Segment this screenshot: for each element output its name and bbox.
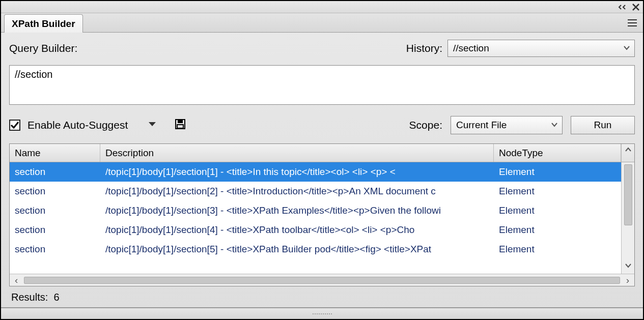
- table-row[interactable]: section/topic[1]/body[1]/section[5] - <t…: [10, 240, 621, 259]
- cell-nodetype: Element: [494, 186, 621, 197]
- autosuggest-checkbox[interactable]: [9, 120, 20, 131]
- autosuggest-dropdown-icon[interactable]: [147, 119, 157, 132]
- query-builder-label: Query Builder:: [9, 42, 77, 54]
- options-row: Enable Auto-Suggest Scope: Current File: [9, 116, 635, 134]
- tab-label: XPath Builder: [12, 18, 75, 30]
- query-header-row: Query Builder: History: //section: [9, 40, 635, 57]
- query-input[interactable]: //section: [9, 65, 635, 105]
- panel-titlebar: [1, 1, 643, 13]
- results-count-value: 6: [53, 292, 59, 303]
- results-prefix: Results:: [11, 292, 48, 303]
- table-header: Name Description NodeType: [10, 144, 634, 162]
- collapse-icon[interactable]: [617, 4, 628, 11]
- cell-name: section: [10, 186, 100, 197]
- scope-selected: Current File: [456, 120, 507, 131]
- resize-grip-icon[interactable]: [313, 313, 332, 314]
- svg-rect-4: [178, 120, 183, 123]
- chevron-down-icon: [623, 43, 630, 54]
- horizontal-scrollbar[interactable]: ‹ ›: [10, 274, 634, 286]
- cell-name: section: [10, 244, 100, 255]
- col-description[interactable]: Description: [100, 144, 494, 162]
- vertical-scrollbar[interactable]: [621, 162, 634, 274]
- cell-nodetype: Element: [494, 244, 621, 255]
- results-count: Results: 6: [9, 288, 635, 307]
- history-dropdown[interactable]: //section: [447, 40, 635, 57]
- results-table: Name Description NodeType section/topic[…: [9, 143, 635, 286]
- xpath-builder-panel: XPath Builder Query Builder: History: //…: [0, 0, 644, 320]
- scroll-up-icon[interactable]: [621, 144, 634, 162]
- cell-description: /topic[1]/body[1]/section[2] - <title>In…: [100, 186, 494, 197]
- cell-description: /topic[1]/body[1]/section[1] - <title>In…: [100, 166, 494, 178]
- scope-label: Scope:: [409, 119, 442, 131]
- col-name[interactable]: Name: [10, 144, 100, 162]
- scope-dropdown[interactable]: Current File: [451, 116, 563, 134]
- cell-nodetype: Element: [494, 224, 621, 236]
- cell-name: section: [10, 224, 100, 236]
- cell-nodetype: Element: [494, 166, 621, 178]
- tab-xpath-builder[interactable]: XPath Builder: [4, 14, 83, 33]
- svg-rect-5: [177, 125, 183, 128]
- table-row[interactable]: section/topic[1]/body[1]/section[1] - <t…: [10, 162, 621, 182]
- panel-content: Query Builder: History: //section //sect…: [1, 33, 643, 308]
- table-row[interactable]: section/topic[1]/body[1]/section[4] - <t…: [10, 220, 621, 240]
- chevron-down-icon: [551, 120, 558, 131]
- panel-menu-icon[interactable]: [626, 16, 639, 32]
- vertical-scroll-thumb[interactable]: [624, 164, 632, 225]
- cell-description: /topic[1]/body[1]/section[5] - <title>XP…: [100, 244, 494, 255]
- autosuggest-label: Enable Auto-Suggest: [27, 119, 128, 131]
- run-label: Run: [594, 120, 612, 131]
- cell-description: /topic[1]/body[1]/section[4] - <title>XP…: [100, 224, 494, 236]
- query-value: //section: [15, 69, 52, 80]
- scroll-down-icon[interactable]: [625, 260, 632, 272]
- history-selected: //section: [453, 43, 489, 54]
- table-body: section/topic[1]/body[1]/section[1] - <t…: [10, 162, 621, 274]
- status-bar: [1, 308, 643, 319]
- scroll-right-icon[interactable]: ›: [626, 275, 629, 286]
- close-icon[interactable]: [632, 3, 640, 11]
- cell-name: section: [10, 166, 100, 178]
- history-label: History:: [406, 42, 442, 54]
- cell-name: section: [10, 205, 100, 216]
- scroll-left-icon[interactable]: ‹: [15, 275, 18, 286]
- cell-description: /topic[1]/body[1]/section[3] - <title>XP…: [100, 205, 494, 216]
- save-icon[interactable]: [175, 119, 186, 132]
- cell-nodetype: Element: [494, 205, 621, 216]
- table-row[interactable]: section/topic[1]/body[1]/section[3] - <t…: [10, 201, 621, 220]
- col-nodetype[interactable]: NodeType: [494, 144, 621, 162]
- table-row[interactable]: section/topic[1]/body[1]/section[2] - <t…: [10, 182, 621, 201]
- tab-strip: XPath Builder: [1, 13, 643, 33]
- run-button[interactable]: Run: [571, 116, 635, 134]
- horizontal-scroll-thumb[interactable]: [24, 277, 620, 284]
